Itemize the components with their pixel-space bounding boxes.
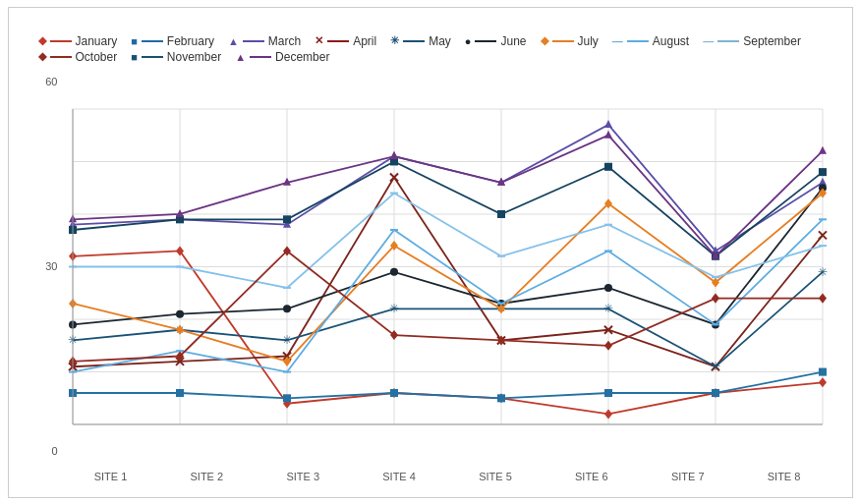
x-axis-label: SITE 7 (640, 471, 736, 482)
series-line-december (73, 135, 823, 255)
legend-item-october: ◆ October (38, 50, 118, 64)
legend-item-august: — August (612, 34, 689, 48)
data-point (603, 130, 611, 138)
legend-item-may: ✳ May (390, 34, 451, 48)
legend-item-february: ■ February (131, 34, 214, 48)
data-point (283, 394, 291, 402)
series-line-july (73, 193, 823, 361)
data-point (389, 151, 397, 159)
legend-label: February (167, 34, 214, 48)
chart-svg: ✳✳✳✳✳✳✳✳ (63, 76, 832, 458)
x-axis-label: SITE 2 (158, 471, 255, 482)
legend-marker: ✳ (390, 34, 399, 47)
legend-label: December (275, 50, 329, 64)
data-point (496, 394, 504, 402)
data-point (389, 330, 397, 340)
legend-line (50, 56, 72, 58)
legend-line (552, 40, 574, 42)
legend-item-september: — September (703, 34, 801, 48)
legend-item-january: ◆ January (38, 34, 118, 48)
legend-marker: ✕ (315, 34, 323, 47)
legend-item-july: ◆ July (541, 34, 599, 48)
legend-label: August (653, 34, 689, 48)
series-line-september (73, 193, 823, 287)
x-axis-label: SITE 1 (63, 471, 159, 482)
legend-item-november: ■ November (131, 50, 221, 64)
legend-marker: ◆ (38, 50, 46, 63)
x-axis-label: SITE 8 (736, 471, 832, 482)
legend-marker: ● (465, 35, 472, 47)
x-axis-label: SITE 5 (447, 471, 544, 482)
legend-label: June (500, 34, 526, 48)
x-axis-label: SITE 4 (351, 471, 447, 482)
legend-line (243, 40, 264, 42)
chart-area: 60 30 0 ✳✳✳✳✳✳✳✳ SITE 1SITE 2SITE 3SITE … (63, 76, 832, 458)
legend-line (50, 40, 72, 42)
data-point (603, 388, 611, 396)
data-point (818, 293, 826, 303)
legend-marker: ■ (131, 51, 138, 63)
legend-line (327, 40, 349, 42)
chart-container: ◆ January ■ February ▲ March ✕ April ✳ M… (8, 7, 853, 498)
data-point (603, 340, 611, 350)
svg-text:✳: ✳ (710, 360, 719, 373)
legend-marker: ◆ (541, 34, 548, 47)
legend-label: March (268, 34, 301, 48)
data-point (176, 309, 184, 317)
data-point (818, 367, 826, 375)
legend-item-december: ▲ December (235, 50, 329, 64)
legend-marker: ■ (131, 35, 138, 47)
legend-label: January (76, 34, 118, 48)
x-axis-label: SITE 6 (544, 471, 640, 482)
data-point (496, 209, 504, 217)
y-axis-labels: 60 30 0 (29, 76, 58, 458)
legend-marker: — (612, 35, 623, 47)
legend: ◆ January ■ February ▲ March ✕ April ✳ M… (29, 30, 832, 68)
series-line-june (73, 188, 823, 324)
legend-line (250, 56, 271, 58)
data-point (818, 168, 826, 176)
legend-line (627, 40, 649, 42)
legend-item-june: ● June (465, 34, 527, 48)
legend-marker: — (703, 35, 714, 47)
data-point (818, 145, 826, 153)
legend-label: April (353, 34, 376, 48)
legend-item-april: ✕ April (315, 34, 376, 48)
svg-text:✳: ✳ (602, 302, 612, 315)
series-line-august (73, 219, 823, 371)
legend-label: July (578, 34, 599, 48)
data-point (283, 305, 291, 312)
legend-line (142, 56, 163, 58)
data-point (389, 388, 397, 396)
svg-text:✳: ✳ (282, 333, 292, 347)
data-point (389, 267, 397, 275)
legend-line (403, 40, 425, 42)
legend-label: September (743, 34, 801, 48)
x-axis-labels: SITE 1SITE 2SITE 3SITE 4SITE 5SITE 6SITE… (63, 471, 832, 482)
legend-label: November (167, 50, 221, 64)
data-point (603, 409, 611, 419)
legend-item-march: ▲ March (228, 34, 301, 48)
data-point (711, 293, 718, 303)
data-point (711, 388, 718, 396)
legend-label: May (429, 34, 451, 48)
legend-label: October (76, 50, 118, 64)
legend-line (475, 40, 496, 42)
x-axis-label: SITE 3 (255, 471, 351, 482)
svg-text:✳: ✳ (389, 302, 399, 315)
data-point (603, 119, 611, 127)
data-point (176, 388, 184, 396)
data-point (818, 377, 826, 387)
svg-text:✳: ✳ (817, 264, 827, 278)
data-point (283, 215, 291, 223)
legend-marker: ▲ (228, 35, 239, 47)
legend-line (142, 40, 163, 42)
legend-marker: ◆ (38, 34, 46, 47)
legend-marker: ▲ (235, 51, 246, 63)
legend-line (717, 40, 739, 42)
data-point (603, 162, 611, 170)
data-point (603, 283, 611, 291)
series-line-november (73, 161, 823, 255)
